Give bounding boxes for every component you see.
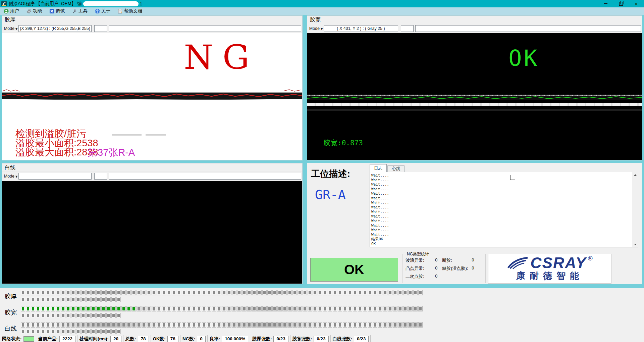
indicator-cell — [36, 290, 40, 295]
indicator-cell — [106, 313, 111, 318]
indicator-cell — [222, 322, 226, 328]
glue-thickness-toolbar: Mode▾ (X 398,Y 1272) : (R 255,G 255,B 25… — [2, 24, 302, 33]
menu-item-about[interactable]: 关于 — [91, 7, 114, 15]
scroll-up-button[interactable] — [632, 172, 638, 178]
log-output-panel[interactable]: Wait....Wait....Wait....Wait....Wait....… — [370, 172, 638, 247]
indicator-cell — [142, 306, 146, 311]
indicator-cell — [398, 322, 402, 328]
frame-overlay-text: 第37张R-A — [88, 148, 135, 157]
indicator-cell — [152, 322, 156, 328]
indicator-cell — [66, 290, 70, 295]
indicator-cell — [303, 290, 307, 295]
indicator-cell — [167, 290, 171, 295]
indicator-cell — [51, 297, 55, 302]
log-line: Wait.... — [371, 228, 389, 233]
status-value: 0/23 — [314, 336, 328, 342]
indicator-cell — [61, 329, 65, 334]
indicator-cell — [378, 322, 382, 328]
indicator-cell — [147, 306, 151, 311]
indicator-cell — [56, 313, 60, 318]
log-scrollbar[interactable] — [632, 172, 638, 247]
status-segment-network-status: 网络状态: — [0, 335, 36, 342]
indicator-cell — [363, 290, 367, 295]
menu-item-user[interactable]: 用户 — [0, 7, 23, 15]
indicator-cell — [418, 290, 423, 295]
indicator-cell — [116, 322, 121, 328]
white-line-mode-dropdown[interactable]: Mode▾ — [3, 173, 18, 180]
tab-log[interactable]: 日志 — [370, 164, 387, 172]
menu-item-label: 调试 — [56, 8, 65, 14]
scroll-down-button[interactable] — [632, 242, 638, 247]
ng-stat-value: 0 — [435, 274, 437, 280]
indicator-cell — [121, 306, 126, 311]
indicator-cell — [383, 290, 387, 295]
indicator-cell — [247, 290, 252, 295]
indicator-cell — [157, 322, 161, 328]
glue-width-mode-dropdown[interactable]: Mode▾ — [308, 25, 324, 32]
indicator-cell — [272, 290, 277, 295]
restore-button[interactable] — [613, 0, 629, 7]
glue-thickness-aux-box — [94, 25, 107, 32]
indicator-cell — [232, 290, 236, 295]
indicator-cell — [101, 329, 106, 334]
ng-stats-col2: 断胶:0缺胶(没点胶):0 — [442, 257, 474, 282]
indicator-cell — [222, 306, 226, 311]
glue-bead-band — [2, 89, 302, 101]
log-line: Wait.... — [371, 205, 389, 210]
indicator-cell — [26, 322, 30, 328]
indicator-cell — [36, 313, 40, 318]
glue-thickness-mode-dropdown[interactable]: Mode▾ — [3, 25, 18, 32]
grid-glue-thickness-row1 — [21, 290, 423, 295]
indicator-cell — [131, 290, 136, 295]
indicator-cell — [31, 297, 35, 302]
close-button[interactable]: × — [629, 0, 644, 7]
indicator-cell — [137, 306, 141, 311]
menu-item-tools[interactable]: 工具 — [68, 7, 91, 15]
indicator-cell — [313, 290, 317, 295]
indicator-cell — [21, 313, 25, 318]
indicator-cell — [292, 290, 297, 295]
indicator-cell — [106, 290, 111, 295]
status-value: 0 — [197, 336, 206, 342]
indicator-cell — [66, 322, 70, 328]
indicator-cell — [41, 306, 45, 311]
overall-result-button[interactable]: OK — [310, 258, 398, 282]
glue-thickness-status-box — [109, 25, 301, 32]
indicator-cell — [282, 306, 287, 311]
indicator-cell — [182, 290, 186, 295]
menu-item-function[interactable]: 功能 — [23, 7, 46, 15]
grid-label-glue-thickness: 胶厚 — [5, 292, 17, 300]
status-value: 0/23 — [354, 336, 369, 342]
minimize-button[interactable] — [598, 0, 613, 7]
indicator-cell — [237, 306, 241, 311]
indicator-cell — [101, 306, 106, 311]
indicator-cell — [328, 322, 332, 328]
ng-stats-col1: 波浪异常:0凸点异常:0二次点胶:0 — [406, 257, 437, 282]
indicator-cell — [21, 329, 25, 334]
menu-item-helpdoc[interactable]: 帮助文档 — [114, 7, 146, 15]
grid-white-line-row1 — [21, 322, 423, 328]
white-line-image-view[interactable] — [2, 181, 302, 284]
glue-width-image-view[interactable]: OK 胶宽:0.873 — [307, 33, 642, 160]
vendor-logo-box: CSRAY ® 康耐德智能 — [488, 254, 611, 284]
indicator-cell — [66, 306, 70, 311]
panel-white-line-title: 白线 — [2, 163, 302, 172]
indicator-cell — [76, 306, 80, 311]
indicator-cell — [101, 297, 106, 302]
indicator-cell — [56, 322, 60, 328]
glue-thickness-image-view[interactable]: NG 检测到溢胶/脏污 溢胶最小面积:2538 溢胶最大面积:2838 第37张… — [2, 33, 302, 160]
indicator-cell — [413, 290, 418, 295]
menu-item-debug[interactable]: 调试 — [46, 7, 68, 15]
indicator-cell — [272, 322, 277, 328]
log-checkbox[interactable] — [510, 175, 515, 180]
indicator-cell — [403, 322, 408, 328]
indicator-cell — [313, 322, 317, 328]
indicator-cell — [287, 306, 292, 311]
ng-stat-label: 断胶: — [442, 257, 468, 263]
tab-heartbeat[interactable]: 心跳 — [387, 165, 405, 172]
indicator-cell — [172, 306, 176, 311]
ng-stat-value: 0 — [435, 257, 437, 263]
indicator-cell — [51, 313, 55, 318]
indicator-cell — [378, 306, 382, 311]
panel-glue-thickness-title: 胶厚 — [2, 16, 302, 24]
